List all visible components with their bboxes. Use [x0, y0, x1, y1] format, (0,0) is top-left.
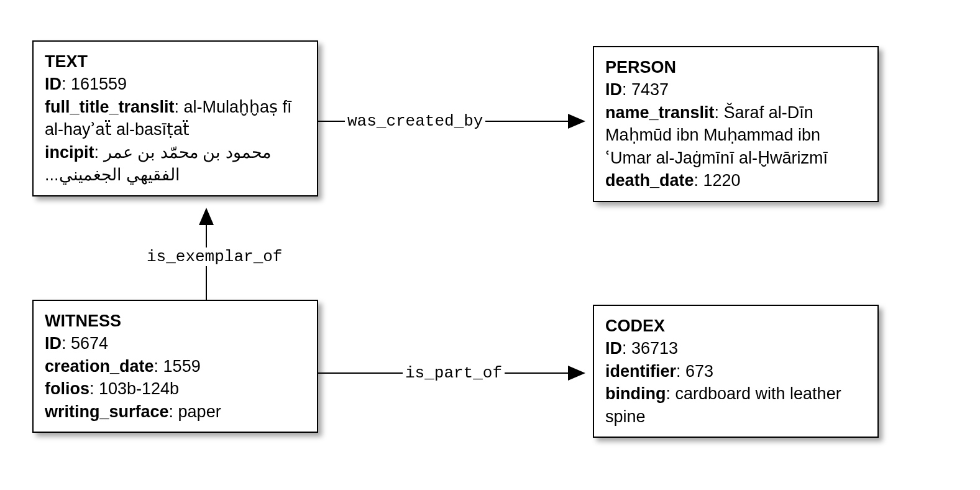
field-value: 7437 — [631, 80, 669, 99]
field-value: 36713 — [631, 339, 678, 358]
field-value: 161559 — [71, 75, 127, 93]
field-key: ID — [605, 339, 622, 358]
field-key: incipit — [45, 143, 94, 162]
field-key: identifier — [605, 362, 676, 381]
field-value: 673 — [685, 362, 713, 381]
field-value: paper — [178, 402, 221, 421]
field-key: ID — [45, 334, 62, 353]
node-text-full-title: full_title_translit: al-Mulaḫḫaṣ fī al-h… — [45, 96, 306, 141]
node-witness: WITNESS ID: 5674 creation_date: 1559 fol… — [32, 300, 318, 433]
node-text-id: ID: 161559 — [45, 73, 306, 95]
field-value: 5674 — [71, 334, 108, 353]
field-key: folios — [45, 379, 89, 398]
node-person-name: name_translit: Šaraf al-Dīn Maḥmūd ibn M… — [605, 101, 866, 169]
field-key: full_title_translit — [45, 98, 175, 116]
edge-label-is-part-of: is_part_of — [403, 364, 505, 382]
field-value: 1220 — [703, 171, 741, 190]
node-witness-creation: creation_date: 1559 — [45, 355, 306, 377]
field-key: name_translit — [605, 103, 715, 122]
node-codex-title: CODEX — [605, 315, 866, 337]
node-witness-id: ID: 5674 — [45, 332, 306, 354]
field-key: ID — [605, 80, 622, 99]
node-witness-title: WITNESS — [45, 310, 306, 332]
node-codex: CODEX ID: 36713 identifier: 673 binding:… — [593, 305, 879, 438]
field-key: creation_date — [45, 357, 154, 376]
node-codex-binding: binding: cardboard with leather spine — [605, 382, 866, 428]
edge-label-was-created-by: was_created_by — [345, 112, 485, 131]
node-text-incipit: incipit: محمود بن محمّد بن عمر الفقيهي ا… — [45, 141, 306, 187]
node-person: PERSON ID: 7437 name_translit: Šaraf al-… — [593, 46, 879, 202]
node-person-id: ID: 7437 — [605, 78, 866, 101]
field-key: binding — [605, 384, 666, 403]
field-value: 103b-124b — [99, 379, 179, 398]
node-person-title: PERSON — [605, 56, 866, 78]
field-value: 1559 — [163, 357, 201, 376]
node-witness-folios: folios: 103b-124b — [45, 377, 306, 400]
node-text-title: TEXT — [45, 50, 306, 73]
field-key: ID — [45, 75, 62, 93]
node-text: TEXT ID: 161559 full_title_translit: al-… — [32, 40, 318, 196]
node-codex-id: ID: 36713 — [605, 337, 866, 359]
edge-label-is-exemplar-of: is_exemplar_of — [144, 247, 285, 266]
node-person-death: death_date: 1220 — [605, 169, 866, 192]
field-key: death_date — [605, 171, 694, 190]
field-key: writing_surface — [45, 402, 169, 421]
node-codex-identifier: identifier: 673 — [605, 360, 866, 382]
node-witness-surface: writing_surface: paper — [45, 400, 306, 423]
